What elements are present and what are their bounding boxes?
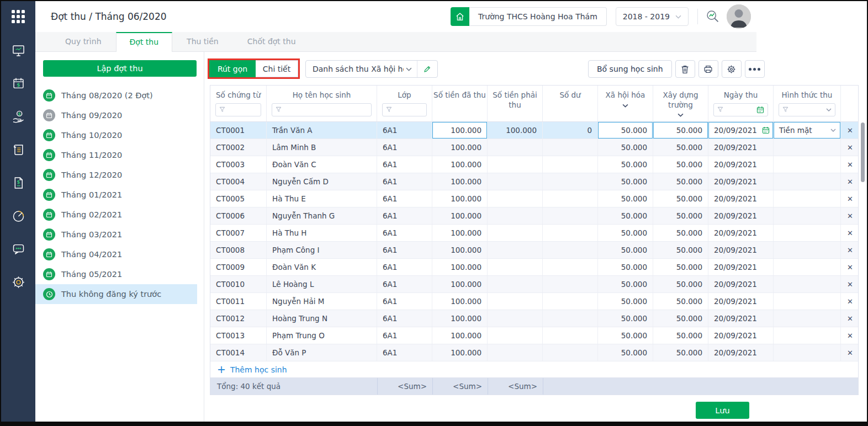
cell-social-fund[interactable]: 50.000 xyxy=(598,276,653,292)
cell-amount-collected[interactable]: 100.000 xyxy=(432,139,488,156)
cell-building-fund[interactable]: 50.000 xyxy=(653,259,708,275)
calendar-icon[interactable] xyxy=(756,106,764,114)
receipt-icon[interactable] xyxy=(1,133,35,166)
cell-building-fund[interactable]: 50.000 xyxy=(653,156,708,173)
delete-row-button[interactable]: ✕ xyxy=(841,344,859,361)
cell-payment-method[interactable] xyxy=(774,293,841,310)
cell-building-fund[interactable]: 50.000 xyxy=(653,310,708,327)
filter-input-hinh-thuc-thu[interactable] xyxy=(779,103,835,116)
cell-building-fund[interactable]: 50.000 xyxy=(653,225,708,241)
save-button[interactable]: Lưu xyxy=(696,402,749,419)
cell-collect-date[interactable]: 20/09/2021 xyxy=(708,122,774,139)
delete-row-icon[interactable]: ✕ xyxy=(847,297,853,306)
delete-row-icon[interactable]: ✕ xyxy=(847,143,853,152)
cell-payment-method[interactable] xyxy=(774,242,841,258)
view-compact-button[interactable]: Rút gọn xyxy=(209,60,256,77)
cell-payment-method[interactable] xyxy=(774,156,841,173)
cell-collect-date[interactable]: 20/09/2021 xyxy=(708,242,774,258)
delete-row-button[interactable]: ✕ xyxy=(841,276,859,292)
tab-quy-trinh[interactable]: Quy trình xyxy=(51,32,116,51)
table-row-ct0013[interactable]: CT0013Phạm Trung O6A1100.00050.00050.000… xyxy=(210,327,858,344)
table-row-ct0006[interactable]: CT0006Nguyễn Thanh G6A1100.00050.00050.0… xyxy=(210,207,858,225)
period-item-thu-khong-dang-ky-truoc[interactable]: Thu không đăng ký trước xyxy=(35,284,197,304)
period-item-thang-11-2020[interactable]: Tháng 11/2020 xyxy=(35,145,197,165)
period-item-thang-12-2020[interactable]: Tháng 12/2020 xyxy=(35,165,197,185)
cell-building-fund[interactable]: 50.000 xyxy=(653,207,708,224)
period-item-thang-09-2020[interactable]: Tháng 09/2020 xyxy=(35,105,197,125)
cell-amount-collected[interactable]: 100.000 xyxy=(432,327,488,344)
filter-input-so-chung-tu[interactable] xyxy=(215,103,261,116)
cell-amount-collected[interactable]: 100.000 xyxy=(432,259,488,275)
settings-gear-button[interactable] xyxy=(722,60,742,78)
period-item-thang-08-2020-2-dot[interactable]: Tháng 08/2020 (2 Đợt) xyxy=(35,86,197,105)
cell-payment-method[interactable] xyxy=(774,276,841,292)
cell-social-fund[interactable]: 50.000 xyxy=(598,173,653,190)
cell-payment-method[interactable] xyxy=(774,173,841,190)
delete-row-icon[interactable]: ✕ xyxy=(847,280,853,289)
cell-collect-date[interactable]: 20/09/2021 xyxy=(708,156,774,173)
period-item-thang-04-2021[interactable]: Tháng 04/2021 xyxy=(35,244,197,264)
delete-row-button[interactable]: ✕ xyxy=(841,207,859,224)
add-student-row[interactable]: + Thêm học sinh xyxy=(210,361,858,378)
delete-button[interactable] xyxy=(675,60,695,78)
cell-building-fund[interactable]: 50.000 xyxy=(653,190,708,207)
filter-input-ho-ten-hoc-sinh[interactable] xyxy=(272,103,372,116)
settings-icon[interactable] xyxy=(1,265,35,299)
cell-amount-collected[interactable]: 100.000 xyxy=(432,156,488,173)
cell-building-fund[interactable]: 50.000 xyxy=(653,122,708,139)
table-row-ct0009[interactable]: CT0009Đoàn Văn K6A1100.00050.00050.00020… xyxy=(210,259,858,276)
cell-social-fund[interactable]: 50.000 xyxy=(598,139,653,156)
cell-collect-date[interactable]: 20/09/2021 xyxy=(708,259,774,275)
home-school-button[interactable] xyxy=(451,7,469,26)
table-row-ct0004[interactable]: CT0004Nguyễn Cấm D6A1100.00050.00050.000… xyxy=(210,173,858,190)
table-row-ct0011[interactable]: CT0011Nguyễn Hải M6A1100.00050.00050.000… xyxy=(210,293,858,310)
search-analytics-icon[interactable] xyxy=(705,8,721,25)
cell-payment-method[interactable] xyxy=(774,207,841,224)
cell-collect-date[interactable]: 20/09/2021 xyxy=(708,276,774,292)
filter-input-ngay-thu[interactable] xyxy=(713,103,768,116)
table-row-ct0007[interactable]: CT0007Hà Thu H6A1100.00050.00050.00020/0… xyxy=(210,225,858,242)
more-options-button[interactable] xyxy=(745,60,765,78)
delete-row-button[interactable]: ✕ xyxy=(841,190,859,207)
cell-social-fund[interactable]: 50.000 xyxy=(598,259,653,275)
cell-payment-method[interactable] xyxy=(774,225,841,241)
cell-amount-collected[interactable]: 100.000 xyxy=(432,122,488,139)
cell-amount-collected[interactable]: 100.000 xyxy=(432,173,488,190)
print-button[interactable] xyxy=(698,60,718,78)
collection-list-dropdown[interactable]: Danh sách thu Xã hội hóa, Xây... xyxy=(305,60,438,78)
table-row-ct0002[interactable]: CT0002Lâm Minh B6A1100.00050.00050.00020… xyxy=(210,139,858,156)
delete-row-icon[interactable]: ✕ xyxy=(847,195,853,203)
cell-amount-collected[interactable]: 100.000 xyxy=(432,225,488,241)
cell-collect-date[interactable]: 20/09/2021 xyxy=(708,344,774,361)
cell-payment-method[interactable] xyxy=(774,190,841,207)
cell-social-fund[interactable]: 50.000 xyxy=(598,207,653,224)
cell-collect-date[interactable]: 20/09/2021 xyxy=(708,207,774,224)
cell-social-fund[interactable]: 50.000 xyxy=(598,242,653,258)
school-year-dropdown[interactable]: 2018 - 2019 xyxy=(616,7,689,26)
cell-payment-method[interactable] xyxy=(774,310,841,327)
delete-row-icon[interactable]: ✕ xyxy=(847,263,853,271)
table-row-ct0008[interactable]: CT0008Phạm Công I6A1100.00050.00050.0002… xyxy=(210,242,858,259)
delete-row-icon[interactable]: ✕ xyxy=(847,332,853,340)
cell-building-fund[interactable]: 50.000 xyxy=(653,242,708,258)
delete-row-icon[interactable]: ✕ xyxy=(847,126,853,135)
cell-social-fund[interactable]: 50.000 xyxy=(598,122,653,139)
view-detail-button[interactable]: Chi tiết xyxy=(256,60,298,77)
cell-amount-collected[interactable]: 100.000 xyxy=(432,242,488,258)
delete-row-button[interactable]: ✕ xyxy=(841,225,859,241)
delete-row-icon[interactable]: ✕ xyxy=(847,349,853,357)
cell-collect-date[interactable]: 20/09/2021 xyxy=(708,190,774,207)
dashboard-icon[interactable] xyxy=(1,34,35,67)
period-item-thang-10-2020[interactable]: Tháng 10/2020 xyxy=(35,125,197,145)
edit-pencil-icon[interactable] xyxy=(417,65,437,73)
cell-payment-method[interactable] xyxy=(774,327,841,344)
cell-amount-collected[interactable]: 100.000 xyxy=(432,190,488,207)
messages-icon[interactable] xyxy=(1,232,35,265)
cell-amount-collected[interactable]: 100.000 xyxy=(432,344,488,361)
cell-building-fund[interactable]: 50.000 xyxy=(653,139,708,156)
cell-collect-date[interactable]: 20/09/2021 xyxy=(708,293,774,310)
delete-row-button[interactable]: ✕ xyxy=(841,310,859,327)
create-collection-button[interactable]: Lập đợt thu xyxy=(43,60,197,77)
delete-row-icon[interactable]: ✕ xyxy=(847,161,853,169)
table-row-ct0005[interactable]: CT0005Hà Thu E6A1100.00050.00050.00020/0… xyxy=(210,190,858,207)
